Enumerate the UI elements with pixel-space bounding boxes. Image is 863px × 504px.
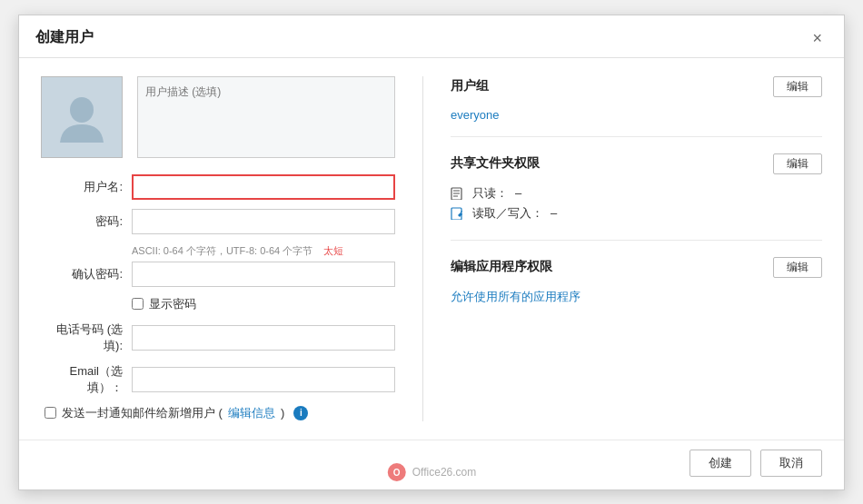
group-section-header: 用户组 编辑 <box>451 76 822 101</box>
readonly-label: 只读： <box>472 185 508 202</box>
email-row: Email（选填）： <box>41 363 395 396</box>
dialog-body: 用户名: 密码: ASCII: 0-64 个字符，UTF-8: 0-64 个字节… <box>19 58 844 440</box>
email-label: Email（选填）： <box>41 363 132 396</box>
notify-row: 发送一封通知邮件给新增用户 ( 编辑信息 ) i <box>41 405 395 421</box>
confirm-password-row: 确认密码: <box>41 262 395 287</box>
readonly-value: – <box>515 186 521 200</box>
readwrite-row: 读取／写入： – <box>451 205 822 222</box>
readwrite-value: – <box>551 206 557 220</box>
left-panel: 用户名: 密码: ASCII: 0-64 个字符，UTF-8: 0-64 个字节… <box>41 76 422 421</box>
dialog-title: 创建用户 <box>35 28 94 47</box>
svg-point-0 <box>70 97 94 123</box>
description-textarea[interactable] <box>137 76 395 158</box>
folder-section-header: 共享文件夹权限 编辑 <box>451 153 822 178</box>
avatar-row <box>41 76 395 158</box>
phone-label: 电话号码 (选填): <box>41 321 132 354</box>
watermark-text: Office26.com <box>412 466 476 479</box>
username-input[interactable] <box>132 174 395 200</box>
hint-row: ASCII: 0-64 个字符，UTF-8: 0-64 个字节 太短 <box>132 243 395 258</box>
info-icon[interactable]: i <box>293 406 308 420</box>
phone-row: 电话号码 (选填): <box>41 321 395 354</box>
avatar-box <box>41 76 123 158</box>
notify-checkbox[interactable] <box>45 407 56 419</box>
notify-edit-link[interactable]: 编辑信息 <box>228 405 275 421</box>
password-label: 密码: <box>41 213 132 230</box>
folder-edit-button[interactable]: 编辑 <box>773 153 822 174</box>
group-link[interactable]: everyone <box>451 108 499 122</box>
show-password-row: 显示密码 <box>132 296 395 312</box>
app-section: 编辑应用程序权限 编辑 允许使用所有的应用程序 <box>451 257 822 320</box>
notify-label: 发送一封通知邮件给新增用户 ( <box>62 405 223 421</box>
readwrite-icon <box>451 207 465 220</box>
hint-ascii: ASCII: 0-64 个字符，UTF-8: 0-64 个字节 <box>132 245 312 256</box>
cancel-button[interactable]: 取消 <box>760 450 822 477</box>
create-button[interactable]: 创建 <box>689 450 751 477</box>
right-panel: 用户组 编辑 everyone 共享文件夹权限 编辑 <box>422 76 822 421</box>
group-section: 用户组 编辑 everyone <box>451 76 822 137</box>
watermark-logo: O <box>387 462 407 482</box>
show-password-label: 显示密码 <box>149 296 196 312</box>
phone-input[interactable] <box>132 325 395 351</box>
create-user-dialog: 创建用户 × 用户名: 密码: <box>18 15 845 490</box>
readwrite-label: 读取／写入： <box>472 205 543 222</box>
svg-text:O: O <box>393 468 401 478</box>
group-section-title: 用户组 <box>451 78 489 94</box>
group-edit-button[interactable]: 编辑 <box>773 76 822 97</box>
app-section-header: 编辑应用程序权限 编辑 <box>451 257 822 282</box>
password-row: 密码: <box>41 209 395 234</box>
avatar-icon <box>55 90 109 144</box>
confirm-password-input[interactable] <box>132 262 395 287</box>
app-section-title: 编辑应用程序权限 <box>451 259 552 275</box>
confirm-password-label: 确认密码: <box>41 266 132 282</box>
show-password-checkbox[interactable] <box>132 298 144 310</box>
username-label: 用户名: <box>41 179 132 195</box>
readonly-row: 只读： – <box>451 185 822 202</box>
folder-section-title: 共享文件夹权限 <box>451 155 540 172</box>
username-row: 用户名: <box>41 174 395 200</box>
app-link[interactable]: 允许使用所有的应用程序 <box>451 290 580 303</box>
close-button[interactable]: × <box>807 28 828 48</box>
readonly-icon <box>451 187 465 200</box>
app-edit-button[interactable]: 编辑 <box>773 257 822 278</box>
hint-short: 太短 <box>323 245 343 256</box>
password-input[interactable] <box>132 209 395 234</box>
email-input[interactable] <box>132 367 395 392</box>
folder-section: 共享文件夹权限 编辑 只读： – <box>451 153 822 241</box>
watermark: O Office26.com <box>387 462 476 482</box>
notify-suffix: ) <box>281 406 284 420</box>
dialog-header: 创建用户 × <box>19 15 844 58</box>
